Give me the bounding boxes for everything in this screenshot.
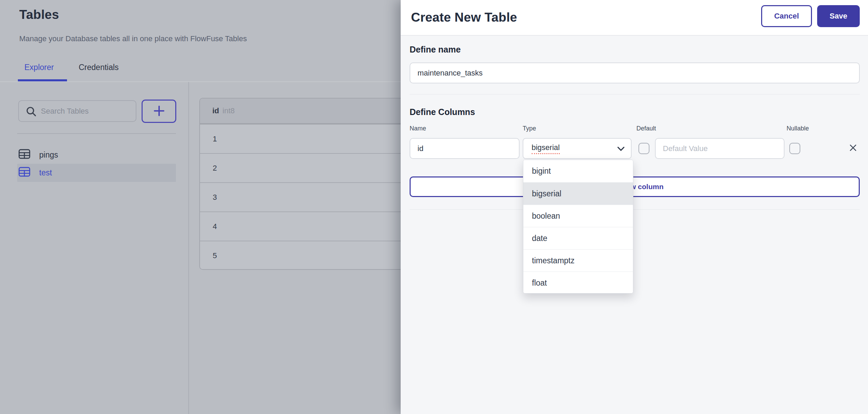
type-option-timestamptz[interactable]: timestamptz (523, 249, 633, 272)
search-input[interactable] (41, 102, 134, 120)
app-window: Tables Manage your Database tables all i… (0, 0, 868, 414)
table-row[interactable]: 5 (200, 241, 412, 270)
table-row[interactable]: 3 (200, 182, 412, 211)
column-name-input[interactable] (410, 138, 520, 159)
column-type-select[interactable]: bigserial (523, 138, 632, 159)
add-table-button[interactable] (142, 100, 176, 123)
section-divider (410, 209, 860, 210)
sidebar-vertical-divider (188, 82, 189, 414)
cell-value: 4 (213, 222, 217, 231)
type-dropdown-menu: bigint bigserial boolean date timestampt… (523, 160, 633, 294)
cell-value: 1 (213, 135, 217, 143)
search-icon (26, 106, 37, 118)
cancel-button[interactable]: Cancel (761, 5, 812, 27)
plus-icon (152, 104, 166, 119)
selected-type-value: bigserial (532, 143, 560, 154)
create-table-drawer: Create New Table Cancel Save Define name… (401, 0, 868, 414)
label-type: Type (523, 125, 536, 132)
define-columns-heading: Define Columns (410, 107, 475, 117)
table-name-input[interactable] (410, 62, 860, 83)
label-name: Name (410, 125, 426, 132)
type-option-float[interactable]: float (523, 272, 633, 294)
sidebar-item-pings[interactable]: pings (17, 146, 176, 164)
drawer-header: Create New Table Cancel Save (401, 0, 868, 36)
type-option-bigint[interactable]: bigint (523, 160, 633, 182)
column-name: id (212, 106, 219, 115)
page-subtitle: Manage your Database tables all in one p… (19, 34, 247, 43)
table-icon (19, 167, 30, 179)
default-value-input[interactable] (655, 138, 784, 159)
default-checkbox[interactable] (638, 143, 649, 154)
type-option-boolean[interactable]: boolean (523, 205, 633, 227)
tabbar-divider (0, 81, 401, 82)
sidebar-item-label: test (39, 168, 52, 177)
define-name-heading: Define name (410, 45, 461, 55)
chevron-down-icon (617, 146, 625, 153)
section-divider (410, 94, 860, 94)
cell-value: 3 (213, 193, 217, 202)
sidebar-divider (17, 133, 176, 134)
cell-value: 5 (213, 251, 217, 260)
tab-credentials[interactable]: Credentials (79, 63, 119, 72)
table-row[interactable]: 4 (200, 211, 412, 241)
type-option-bigserial[interactable]: bigserial (523, 182, 633, 205)
column-type: int8 (223, 106, 235, 115)
grid-column-header[interactable]: id int8 (200, 99, 412, 124)
page-title: Tables (19, 8, 59, 22)
data-grid: id int8 1 2 3 4 5 (199, 98, 413, 270)
remove-column-button[interactable] (846, 141, 860, 155)
nullable-checkbox[interactable] (789, 143, 800, 154)
close-icon (848, 143, 858, 153)
table-row[interactable]: 2 (200, 153, 412, 182)
sidebar-item-label: pings (39, 150, 58, 160)
drawer-title: Create New Table (411, 0, 517, 35)
label-default: Default (636, 125, 656, 132)
sidebar-item-test[interactable]: test (17, 164, 176, 182)
cell-value: 2 (213, 164, 217, 173)
label-nullable: Nullable (787, 125, 809, 132)
search-box[interactable] (18, 100, 136, 122)
tab-explorer[interactable]: Explorer (24, 63, 54, 72)
table-row[interactable]: 1 (200, 124, 412, 153)
save-button[interactable]: Save (817, 5, 860, 27)
table-icon (19, 149, 30, 161)
type-option-date[interactable]: date (523, 227, 633, 249)
add-new-column-button[interactable]: Add new column (410, 176, 860, 197)
